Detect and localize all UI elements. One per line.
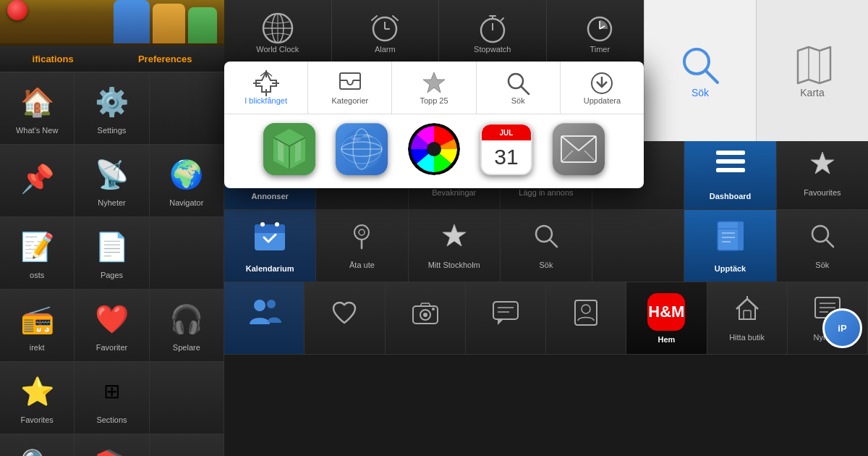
world-clock-icon	[261, 12, 294, 45]
message-cell[interactable]	[466, 282, 546, 354]
favourites-cell[interactable]: Favourites	[777, 138, 868, 209]
left-panel: ifications Preferences 🏠 What's New ⚙️ S…	[0, 0, 224, 456]
lagg-in-annons-label: Lägg in annons	[519, 188, 573, 197]
left-cell-empty-1	[150, 72, 224, 145]
hm-icon: H&M	[647, 293, 685, 331]
search-svg-r3	[532, 222, 560, 250]
ata-ute-cell[interactable]: Äta ute	[316, 210, 408, 282]
popup-tab-iblickfanget[interactable]: I blickfånget	[224, 62, 308, 114]
featured-globe[interactable]	[329, 123, 394, 180]
left-cell-spelare[interactable]: 🎧 Spelare	[150, 290, 224, 362]
upptack-cell[interactable]: Upptäck	[684, 210, 776, 282]
featured-mail[interactable]	[546, 123, 611, 180]
left-cell-settings[interactable]: ⚙️ Settings	[75, 72, 149, 145]
hitta-butik-cell[interactable]: Hitta butik	[707, 282, 788, 354]
featured-maps[interactable]	[257, 123, 322, 180]
calendar-blue-icon	[252, 219, 287, 260]
heart-svg-bottom	[331, 299, 358, 326]
restaurant-svg-icon	[348, 222, 375, 250]
heart-icon: ❤️	[92, 299, 132, 339]
left-cell-favoriter[interactable]: ❤️ Favoriter	[75, 290, 149, 362]
star-icon-left: ⭐	[17, 371, 57, 411]
calendar-blue-svg	[252, 219, 287, 253]
popup-uppdatera-label: Uppdatera	[584, 96, 621, 105]
karta-tab[interactable]: Karta	[757, 0, 868, 141]
left-cell-favorites-books[interactable]: 📚 Favorites	[75, 434, 149, 456]
mitt-stockholm-cell[interactable]: Mitt Stockholm	[409, 210, 501, 282]
featured-color[interactable]	[401, 123, 467, 180]
annonser-label: Annonser	[251, 192, 288, 200]
mitt-sthlm-svg	[441, 222, 468, 250]
left-cell-pages[interactable]: 📄 Pages	[75, 217, 149, 290]
sok-karta-panel: Sök Karta	[644, 0, 868, 141]
bevakningar-label: Bevakningar	[432, 188, 476, 197]
notif-bar: ifications Preferences	[0, 46, 224, 72]
timer-cell[interactable]: Timer	[547, 0, 655, 64]
heart-bottom-cell[interactable]	[305, 282, 385, 354]
star-fav-svg	[809, 150, 836, 177]
world-clock-cell[interactable]: World Clock	[224, 0, 332, 64]
svg-rect-96	[738, 221, 744, 250]
sok-row3-cell[interactable]: Sök	[501, 210, 592, 282]
svg-point-87	[354, 225, 369, 240]
maps-icon	[263, 123, 315, 175]
alarm-cell[interactable]: Alarm	[332, 0, 440, 64]
camera-cell[interactable]	[386, 282, 466, 354]
svg-marker-48	[798, 47, 830, 83]
grid-icon: ⊞	[92, 371, 132, 411]
svg-rect-113	[744, 311, 751, 319]
sok-row3b-label: Sök	[815, 261, 829, 269]
kalendarium-label: Kalendarium	[246, 264, 294, 273]
left-cell-posts[interactable]: 📝 osts	[0, 217, 75, 290]
favoriter-label: Favoriter	[96, 343, 127, 352]
sok-row3b-cell[interactable]: Sök	[777, 210, 868, 282]
featured-calendar[interactable]: JUL 31	[474, 123, 539, 180]
svg-point-107	[432, 308, 435, 311]
karta-icon	[791, 43, 834, 87]
left-cell-more[interactable]: ••• More	[150, 434, 224, 456]
popup-tab-uppdatera[interactable]: Uppdatera	[561, 62, 644, 114]
upptack-label: Upptäck	[715, 264, 746, 273]
notifications-button[interactable]: ifications	[33, 54, 74, 64]
left-app-grid: 🏠 What's New ⚙️ Settings 📌 📡 Nyheter 🌍 N…	[0, 72, 224, 456]
left-cell-pin[interactable]: 📌	[0, 145, 75, 217]
kalendarium-cell[interactable]: Kalendarium	[224, 210, 316, 282]
kal-row-empty	[592, 210, 684, 282]
left-cell-whats-new[interactable]: 🏠 What's New	[0, 72, 75, 145]
svg-marker-90	[443, 224, 466, 246]
pin-icon: 📌	[17, 159, 57, 198]
dashboard-cell[interactable]: Dashboard	[684, 138, 776, 209]
preferences-button[interactable]: Preferences	[138, 54, 192, 64]
popup-tab-kategorier[interactable]: Kategorier	[308, 62, 392, 114]
svg-rect-108	[493, 302, 518, 319]
dashboard-icon	[713, 146, 748, 187]
popup-tabs-row: I blickfånget Kategorier Topp 25	[224, 62, 644, 114]
left-cell-search[interactable]: 🔍 Search	[0, 434, 75, 456]
popup-tab-sok[interactable]: Sök	[477, 62, 561, 114]
contacts-svg-icon	[572, 299, 600, 326]
sok-tab[interactable]: Sök	[644, 0, 757, 141]
hm-cell[interactable]: H&M Hem	[626, 282, 707, 354]
world-clock-label: World Clock	[256, 45, 299, 54]
search-row3-icon	[532, 222, 560, 256]
home-icon: 🏠	[17, 82, 57, 122]
left-cell-sections[interactable]: ⊞ Sections	[75, 362, 149, 434]
settings-label: Settings	[98, 126, 127, 135]
stopwatch-cell[interactable]: Stopwatch	[439, 0, 547, 64]
svg-line-101	[826, 240, 833, 247]
crosshair-popup-icon	[253, 70, 279, 96]
contacts-cell[interactable]	[546, 282, 626, 354]
radio-icon: 📻	[17, 299, 57, 339]
left-cell-navigator[interactable]: 🌍 Navigator	[150, 145, 224, 217]
restaurant-icon	[348, 222, 375, 256]
popup-tab-topp25[interactable]: Topp 25	[392, 62, 476, 114]
alarm-label: Alarm	[375, 45, 396, 54]
svg-line-7	[372, 16, 377, 20]
favourites-label: Favourites	[804, 188, 841, 197]
popup-featured-row: JUL 31	[224, 114, 644, 188]
alarm-icon	[368, 12, 401, 45]
left-cell-favorites[interactable]: ⭐ Favorites	[0, 362, 75, 434]
left-cell-direkt[interactable]: 📻 irekt	[0, 290, 75, 362]
left-cell-nyheter[interactable]: 📡 Nyheter	[75, 145, 149, 217]
people-cell[interactable]	[224, 282, 305, 354]
